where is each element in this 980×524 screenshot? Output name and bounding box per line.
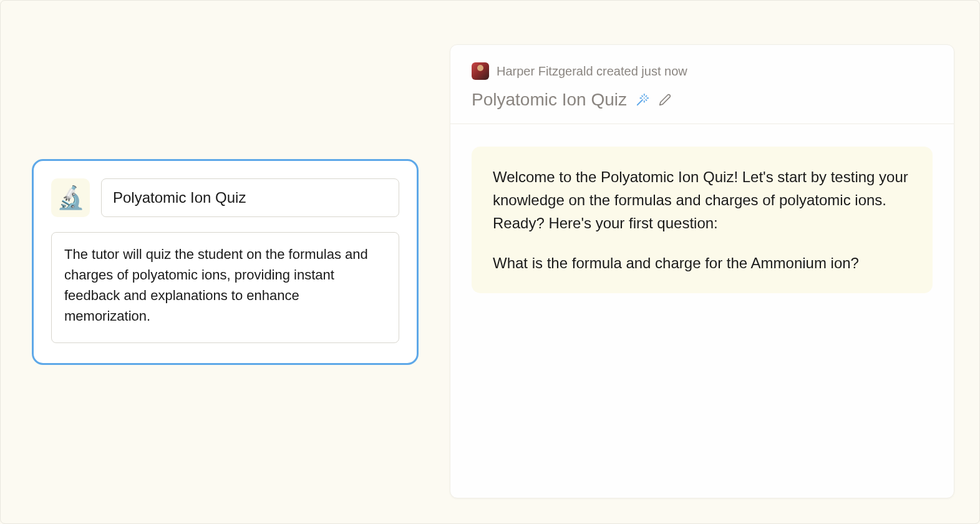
assistant-icon-picker[interactable]: 🔬 [51,178,90,217]
message-paragraph: Welcome to the Polyatomic Ion Quiz! Let'… [493,165,911,235]
microscope-icon: 🔬 [57,185,85,211]
pencil-icon[interactable] [658,93,672,107]
creator-meta-text: Harper Fitzgerald created just now [497,64,687,79]
preview-panel: Harper Fitzgerald created just now Polya… [450,44,954,498]
creator-row: Harper Fitzgerald created just now [472,62,933,80]
preview-body: Welcome to the Polyatomic Ion Quiz! Let'… [450,124,954,316]
preview-header: Harper Fitzgerald created just now Polya… [450,45,954,124]
preview-title: Polyatomic Ion Quiz [472,90,627,110]
assistant-message: Welcome to the Polyatomic Ion Quiz! Let'… [472,147,933,293]
description-input[interactable] [51,232,399,343]
config-card: 🔬 [32,159,419,365]
message-paragraph: What is the formula and charge for the A… [493,251,911,274]
config-header-row: 🔬 [51,178,399,217]
magic-wand-icon[interactable] [636,93,649,107]
avatar [472,62,489,80]
title-input[interactable] [101,178,399,217]
config-panel: 🔬 [1,1,450,523]
preview-title-row: Polyatomic Ion Quiz [472,90,933,110]
